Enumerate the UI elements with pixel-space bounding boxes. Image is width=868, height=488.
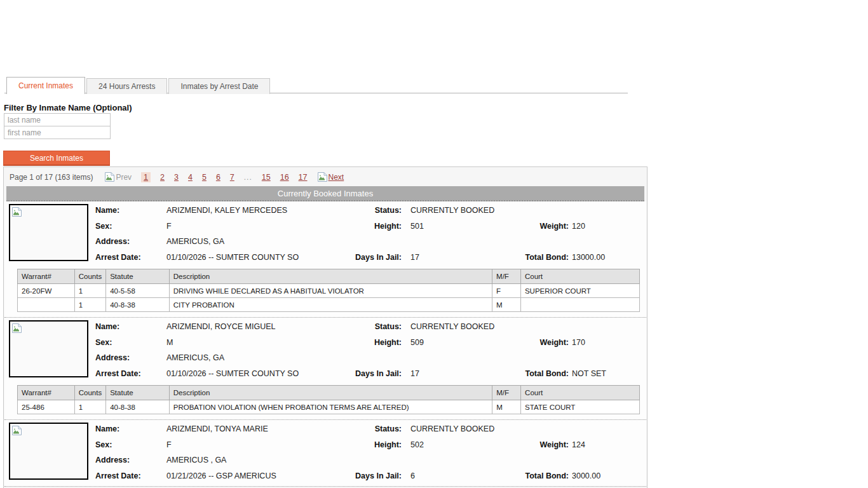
inmate-address: AMERICUS, GA xyxy=(166,353,224,362)
pager-summary: Page 1 of 17 (163 items) xyxy=(10,173,93,182)
broken-image-icon xyxy=(11,425,22,436)
page-15-link[interactable]: 15 xyxy=(262,173,271,182)
inmate-total-bond: 13000.00 xyxy=(572,253,605,262)
col-warrant: Warrant# xyxy=(18,269,75,284)
weight-label: Weight: xyxy=(443,222,569,231)
warrant-description: PROBATION VIOLATION (WHEN PROBATION TERM… xyxy=(169,400,492,414)
col-court: Court xyxy=(521,386,640,400)
tab-label: Inmates by Arrest Date xyxy=(180,82,258,91)
total-bond-label: Total Bond: xyxy=(443,253,569,262)
warrant-statute: 40-8-38 xyxy=(106,298,170,312)
inmate-name: ARIZMENDI, ROYCE MIGUEL xyxy=(166,322,276,331)
inmate-height: 509 xyxy=(410,338,424,347)
broken-image-icon xyxy=(104,172,115,182)
weight-label: Weight: xyxy=(443,440,569,449)
inmate-weight: 124 xyxy=(572,440,585,449)
weight-label: Weight: xyxy=(443,338,569,347)
warrant-row: 25-486 1 40-8-38 PROBATION VIOLATION (WH… xyxy=(18,400,640,414)
inmate-list: Name: ARIZMENDI, KALEY MERCEDES Status: … xyxy=(4,201,646,487)
page-7-link[interactable]: 7 xyxy=(230,173,234,182)
warrant-counts: 1 xyxy=(74,284,105,298)
warrants-table: Warrant# Counts Statute Description M/F … xyxy=(17,269,640,312)
arrest-date-label: Arrest Date: xyxy=(95,369,141,378)
last-name-input[interactable] xyxy=(4,113,111,126)
inmate-record: Name: ARIZMENDI, TONYA MARIE Status: CUR… xyxy=(4,420,646,487)
arrest-date-label: Arrest Date: xyxy=(95,253,141,262)
inmate-photo xyxy=(9,204,88,261)
tab-current-inmates[interactable]: Current Inmates xyxy=(6,77,85,94)
inmate-photo xyxy=(9,320,88,377)
page-4-link[interactable]: 4 xyxy=(188,173,193,182)
warrant-row: 1 40-8-38 CITY PROBATION M xyxy=(18,298,640,312)
inmate-address: AMERICUS, GA xyxy=(166,237,224,246)
inmate-record: Name: ARIZMENDI, ROYCE MIGUEL Status: CU… xyxy=(4,318,646,420)
tab-24-hours-arrests[interactable]: 24 Hours Arrests xyxy=(86,78,167,94)
inmate-sex: F xyxy=(166,222,172,231)
page-2-link[interactable]: 2 xyxy=(160,173,165,182)
page-16-link[interactable]: 16 xyxy=(280,173,289,182)
inmate-arrest-date: 01/21/2026 -- GSP AMERICUS xyxy=(166,471,276,480)
col-statute: Statute xyxy=(106,386,170,400)
warrant-number: 26-20FW xyxy=(18,284,75,298)
address-label: Address: xyxy=(95,353,130,362)
tab-inmates-by-arrest-date[interactable]: Inmates by Arrest Date xyxy=(168,78,270,94)
inmate-name: ARIZMENDI, KALEY MERCEDES xyxy=(166,206,287,215)
page-17-link[interactable]: 17 xyxy=(299,173,308,182)
warrant-number xyxy=(18,298,75,312)
filter-title: Filter By Inmate Name (Optional) xyxy=(4,103,132,112)
inmate-record: Name: ARIZMENDI, KALEY MERCEDES Status: … xyxy=(4,201,646,318)
name-label: Name: xyxy=(95,206,119,215)
search-inmates-button[interactable]: Search Inmates xyxy=(3,151,110,166)
days-in-jail-label: Days In Jail: xyxy=(271,471,402,480)
inmate-sex: F xyxy=(166,440,172,449)
broken-image-icon xyxy=(317,172,328,182)
inmate-status: CURRENTLY BOOKED xyxy=(410,424,494,433)
sex-label: Sex: xyxy=(95,222,112,231)
inmate-sex: M xyxy=(166,338,173,347)
page-5-link[interactable]: 5 xyxy=(202,173,207,182)
page-1-current[interactable]: 1 xyxy=(141,172,151,182)
col-counts: Counts xyxy=(74,386,105,400)
height-label: Height: xyxy=(271,338,402,347)
inmate-total-bond: 3000.00 xyxy=(572,471,600,480)
page-6-link[interactable]: 6 xyxy=(216,173,220,182)
warrant-mf: M xyxy=(492,298,521,312)
pager-ellipsis: ... xyxy=(244,173,252,182)
name-label: Name: xyxy=(95,424,119,433)
col-statute: Statute xyxy=(106,269,170,284)
days-in-jail-label: Days In Jail: xyxy=(271,253,402,262)
warrant-statute: 40-8-38 xyxy=(106,400,170,414)
warrant-description: DRIVING WHILE DECLARED AS A HABITUAL VIO… xyxy=(169,284,492,298)
status-label: Status: xyxy=(271,206,402,215)
warrant-court: STATE COURT xyxy=(521,400,640,414)
name-label: Name: xyxy=(95,322,119,331)
height-label: Height: xyxy=(271,222,402,231)
status-label: Status: xyxy=(271,322,402,331)
warrant-court xyxy=(520,298,639,312)
pager-pages: Prev 1 2 3 4 5 6 7 ... 15 16 17 Next xyxy=(104,172,353,182)
inmate-days-in-jail: 6 xyxy=(410,471,415,480)
inmate-days-in-jail: 17 xyxy=(410,253,419,262)
col-description: Description xyxy=(169,386,492,400)
next-button[interactable]: Next xyxy=(317,172,344,182)
warrant-counts: 1 xyxy=(74,298,105,312)
inmate-height: 501 xyxy=(410,222,424,231)
warrant-statute: 40-5-58 xyxy=(106,284,170,298)
col-mf: M/F xyxy=(492,386,521,400)
total-bond-label: Total Bond: xyxy=(443,369,569,378)
broken-image-icon xyxy=(11,207,22,217)
inmate-weight: 170 xyxy=(572,338,585,347)
inmate-photo xyxy=(9,423,88,480)
col-mf: M/F xyxy=(492,269,521,284)
col-court: Court xyxy=(520,269,639,284)
inmate-status: CURRENTLY BOOKED xyxy=(410,322,494,331)
pager: Page 1 of 17 (163 items) Prev 1 2 3 4 5 … xyxy=(4,167,647,186)
col-warrant: Warrant# xyxy=(18,386,75,400)
warrant-counts: 1 xyxy=(74,400,105,414)
warrant-number: 25-486 xyxy=(18,400,75,414)
page-3-link[interactable]: 3 xyxy=(174,173,179,182)
warrants-table: Warrant# Counts Statute Description M/F … xyxy=(17,385,640,414)
address-label: Address: xyxy=(95,237,130,246)
first-name-input[interactable] xyxy=(4,126,111,139)
sex-label: Sex: xyxy=(95,338,112,347)
